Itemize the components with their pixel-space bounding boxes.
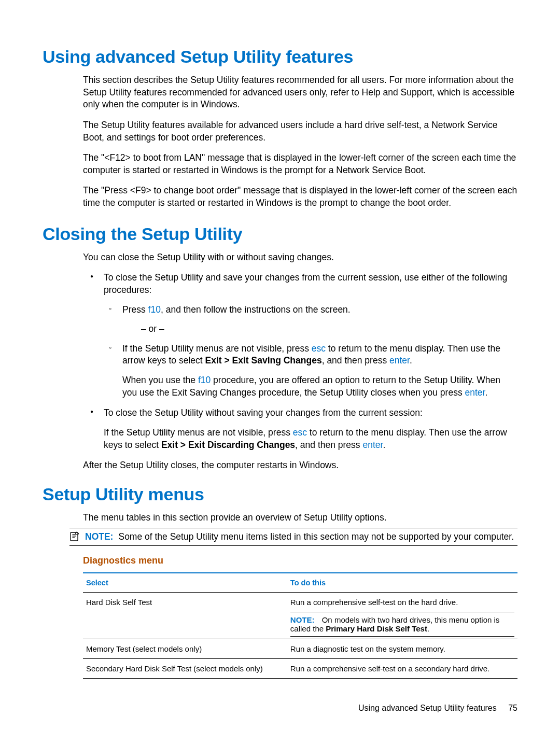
- list-item: Press f10, and then follow the instructi…: [104, 304, 517, 335]
- note-label: NOTE:: [290, 615, 315, 624]
- para: The Setup Utility features available for…: [83, 119, 517, 144]
- section2-body: You can close the Setup Utility with or …: [83, 251, 517, 472]
- text: .: [383, 440, 385, 450]
- para: The menu tables in this section provide …: [83, 512, 517, 524]
- page-footer: Using advanced Setup Utility features 75: [358, 704, 517, 713]
- text: , and then press: [295, 440, 362, 450]
- subhead-diagnostics: Diagnostics menu: [83, 555, 517, 566]
- text: Press: [122, 304, 148, 315]
- para: This section describes the Setup Utility…: [83, 74, 517, 111]
- footer-text: Using advanced Setup Utility features: [358, 704, 497, 712]
- col-select: Select: [83, 573, 287, 593]
- list-item: To close the Setup Utility without savin…: [83, 407, 517, 451]
- para: After the Setup Utility closes, the comp…: [83, 459, 517, 472]
- cell-do: Run a comprehensive self-test on a secon…: [287, 659, 517, 679]
- col-todo: To do this: [287, 573, 517, 593]
- table-header-row: Select To do this: [83, 573, 517, 593]
- text: If the Setup Utility menus are not visib…: [122, 343, 312, 354]
- text: , and then press: [322, 355, 389, 366]
- key-enter: enter: [362, 440, 383, 450]
- list-text: To close the Setup Utility and save your…: [104, 272, 507, 295]
- table-row: Secondary Hard Disk Self Test (select mo…: [83, 659, 517, 679]
- list-text: To close the Setup Utility without savin…: [104, 407, 423, 418]
- page-number: 75: [508, 704, 517, 712]
- note-text: Some of the Setup Utility menu items lis…: [118, 531, 514, 542]
- para: You can close the Setup Utility with or …: [83, 251, 517, 264]
- section3-intro: The menu tables in this section provide …: [83, 512, 517, 524]
- cell-select: Memory Test (select models only): [83, 639, 287, 659]
- sub-list: Press f10, and then follow the instructi…: [104, 304, 517, 399]
- bold-text: Primary Hard Disk Self Test: [326, 624, 427, 633]
- key-f10: f10: [198, 375, 211, 385]
- cell-select: Secondary Hard Disk Self Test (select mo…: [83, 659, 287, 679]
- key-enter: enter: [389, 355, 410, 366]
- table-row: Memory Test (select models only) Run a d…: [83, 639, 517, 659]
- key-f10: f10: [148, 304, 161, 315]
- para: When you use the f10 procedure, you are …: [122, 374, 517, 399]
- heading-menus: Setup Utility menus: [43, 484, 517, 504]
- section1-body: This section describes the Setup Utility…: [83, 74, 517, 209]
- cell-note: NOTE: On models with two hard drives, th…: [290, 612, 514, 637]
- heading-using-advanced: Using advanced Setup Utility features: [43, 47, 517, 67]
- note-block: NOTE:Some of the Setup Utility menu item…: [69, 528, 517, 546]
- para: The "<F12> to boot from LAN" message tha…: [83, 152, 517, 176]
- list-item: If the Setup Utility menus are not visib…: [104, 343, 517, 399]
- text: .: [427, 624, 429, 633]
- text: If the Setup Utility menus are not visib…: [104, 427, 293, 438]
- note-content: NOTE:Some of the Setup Utility menu item…: [85, 531, 517, 542]
- diagnostics-table: Select To do this Hard Disk Self Test Ru…: [83, 572, 517, 679]
- para: If the Setup Utility menus are not visib…: [104, 427, 517, 451]
- or-separator: – or –: [141, 323, 517, 335]
- list-item: To close the Setup Utility and save your…: [83, 272, 517, 399]
- heading-closing: Closing the Setup Utility: [43, 224, 517, 244]
- text: .: [485, 387, 487, 398]
- svg-rect-0: [71, 532, 78, 541]
- note-label: NOTE:: [85, 531, 113, 542]
- bullet-list: To close the Setup Utility and save your…: [83, 272, 517, 451]
- bold-text: Exit > Exit Discarding Changes: [161, 440, 295, 450]
- cell-do: Run a comprehensive self-test on the har…: [287, 593, 517, 639]
- note-icon: [69, 531, 81, 542]
- table-row: Hard Disk Self Test Run a comprehensive …: [83, 593, 517, 639]
- key-enter: enter: [465, 387, 485, 398]
- document-page: Using advanced Setup Utility features Th…: [0, 0, 560, 710]
- key-esc: esc: [293, 427, 307, 438]
- cell-select: Hard Disk Self Test: [83, 593, 287, 639]
- text: .: [410, 355, 412, 366]
- text: When you use the: [122, 375, 198, 385]
- cell-text: Run a comprehensive self-test on the har…: [290, 598, 514, 607]
- key-esc: esc: [312, 343, 326, 354]
- para: The "Press <F9> to change boot order" me…: [83, 185, 517, 209]
- text: , and then follow the instructions on th…: [161, 304, 351, 315]
- bold-text: Exit > Exit Saving Changes: [205, 355, 322, 366]
- cell-do: Run a diagnostic test on the system memo…: [287, 639, 517, 659]
